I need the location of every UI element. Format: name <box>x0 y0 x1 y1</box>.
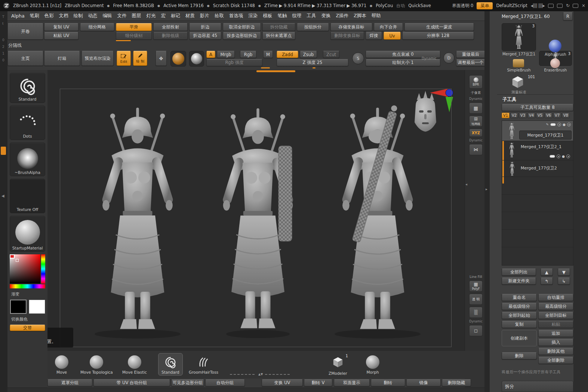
hue-bar-horizontal[interactable] <box>10 284 45 288</box>
delete-button[interactable]: 删除 <box>502 352 537 359</box>
prev-doc-icon[interactable] <box>548 4 554 8</box>
split-section-header[interactable]: 拆分 <box>502 381 573 392</box>
menu-stroke[interactable]: 笔触 <box>278 13 287 19</box>
tray-scroll[interactable]: ▲▼ <box>230 373 291 376</box>
zcut-button[interactable]: Zcut <box>323 51 339 58</box>
crease-tolerance-slider[interactable]: 折边容差 45 <box>189 32 221 40</box>
subtool-section-title[interactable]: 子工具 <box>502 97 517 103</box>
uv-auto-group-button[interactable]: 带 UV 自动分组 <box>93 379 170 386</box>
menu-draw[interactable]: 绘制 <box>74 13 83 19</box>
all-to-start-button[interactable]: 全部到起始 <box>502 312 537 319</box>
tab-v3[interactable]: V3 <box>519 113 527 118</box>
subtool-empty-row[interactable] <box>502 195 573 212</box>
polycount-button[interactable]: PolyCou <box>376 3 393 8</box>
eye-icon[interactable] <box>557 123 561 126</box>
current-material-button[interactable] <box>170 51 186 67</box>
mirror-button[interactable]: 镜像 <box>406 379 441 386</box>
perspective-button[interactable]: ▦ <box>469 102 483 114</box>
divide-button[interactable]: 细分网格 <box>80 23 114 31</box>
current-brush-tile[interactable]: Standard <box>10 73 45 103</box>
menu-render[interactable]: 渲染 <box>249 13 258 19</box>
all-to-target-button[interactable]: 全部到目标 <box>538 312 573 319</box>
reload-ui-icon[interactable]: ↻ <box>566 3 569 8</box>
current-texture-tile[interactable]: Texture Off <box>10 179 45 213</box>
paint-icon[interactable]: ✎ <box>546 123 549 126</box>
move-down-button[interactable]: ▼ <box>558 269 570 276</box>
transform-uv-button[interactable]: 变换 UV <box>262 379 303 386</box>
r-button[interactable]: R <box>563 12 573 21</box>
a-button[interactable]: A <box>206 51 215 58</box>
tab-v5[interactable]: V5 <box>536 113 544 118</box>
paste-subtool-button[interactable]: 粘贴 <box>538 321 573 328</box>
menu-stencil[interactable]: 模板 <box>263 13 273 19</box>
tab-v7[interactable]: V7 <box>553 113 561 118</box>
visible-poly-group-button[interactable]: 可见多边形分组 <box>171 379 204 386</box>
tab-v1[interactable]: V1 <box>502 113 510 118</box>
ui-transparency[interactable]: 界面透明 0 <box>452 3 473 9</box>
delete-lower-button[interactable]: 删除低级 <box>153 32 188 40</box>
subtool-name[interactable]: Merged_177仪卫2 <box>521 165 557 171</box>
make-adaptive-skin-button[interactable]: 生成统一蒙皮 <box>404 23 474 31</box>
tab-v2[interactable]: V2 <box>510 113 518 118</box>
panel-splitter[interactable]: ▸ <box>484 11 490 392</box>
menu-material[interactable]: 材质 <box>185 13 195 19</box>
close-icon[interactable]: × <box>582 3 585 8</box>
picker-cursor[interactable] <box>16 259 19 262</box>
crease-button[interactable]: 折边 <box>189 23 221 31</box>
saturation-square[interactable] <box>10 254 40 284</box>
canvas-h-scrollbar[interactable] <box>256 70 295 72</box>
merge-down-button[interactable]: 向下合并 <box>374 23 403 31</box>
tray-brush-move-elastic[interactable]: Move Elastic <box>122 355 147 374</box>
tablet-pressure-icon[interactable]: ◂|||| ||||▸ <box>531 3 545 8</box>
zsub-button[interactable]: Zsub <box>300 51 317 58</box>
tray-brush-zmodeler[interactable]: 1 ZModeler <box>329 355 347 376</box>
transparent-button[interactable]: 透 明 <box>469 294 483 305</box>
alternate-button[interactable]: 交替 <box>10 325 45 331</box>
current-alpha-tile[interactable]: ~BrushAlpha <box>10 143 45 176</box>
dock-active-tab[interactable] <box>1 147 6 155</box>
eye-icon[interactable] <box>566 154 570 158</box>
flip-button[interactable]: 翻转 <box>371 379 405 386</box>
tray-brush-groomhairtoss[interactable]: GroomHairToss <box>189 355 218 374</box>
focal-shift-icon-button[interactable]: S <box>352 52 364 64</box>
menu-button[interactable]: 菜单 <box>477 2 493 9</box>
collapse-right-icon[interactable]: ◂ <box>465 182 467 186</box>
flip-v-button[interactable]: 翻转 V <box>304 379 332 386</box>
adjust-last-button[interactable]: 调整最后一个 <box>456 59 485 66</box>
subtool-empty-row[interactable] <box>502 177 573 195</box>
list-all-button[interactable]: 全部列出 <box>502 269 536 276</box>
bpr-button[interactable]: BPR <box>469 75 483 89</box>
men-file[interactable]: 文件 <box>117 13 127 19</box>
dynamic-mode-icon-button[interactable]: D <box>443 52 455 64</box>
tray-brush-move[interactable]: Move <box>55 355 68 374</box>
project-all-button[interactable]: 全部投射 <box>153 23 188 31</box>
tab-v6[interactable]: V6 <box>545 113 552 118</box>
switch-color-label[interactable]: 切换颜色 <box>10 316 28 322</box>
double-sided-button[interactable]: 双面显示 <box>334 379 370 386</box>
floor-axis-button[interactable]: XYZ <box>469 129 483 137</box>
auto-reorder-button[interactable]: 自动重排 <box>538 294 573 301</box>
eraserbrush-thumb[interactable] <box>550 58 560 68</box>
menu-edit[interactable]: 编辑 <box>103 13 112 19</box>
tray-brush-standard[interactable]: Standard <box>158 353 183 376</box>
unfold-button[interactable]: 开卷 <box>7 23 43 40</box>
mrgb-button[interactable]: Mrgb <box>217 51 235 58</box>
menu-transform[interactable]: 变换 <box>321 13 331 19</box>
ghost-button[interactable]: ▒ <box>469 307 483 318</box>
menu-help[interactable]: 帮助 <box>372 13 381 19</box>
menu-document[interactable]: 文档 <box>59 13 68 19</box>
menu-zplugin[interactable]: Z插件 <box>336 13 349 19</box>
split-unmasked-button[interactable]: 拆分未遮罩点 <box>262 32 295 40</box>
polyframe-button[interactable]: ▦PolyF <box>469 281 483 292</box>
menu-layer[interactable]: 图层 <box>132 13 141 19</box>
subtool-row-1[interactable]: ✎ ● Merged_177仪卫1 <box>502 121 573 141</box>
current-stroke-tile[interactable]: Dots <box>10 105 45 140</box>
floor-grid-button[interactable]: ⊞地网格 <box>469 116 483 127</box>
highest-subdiv-button[interactable]: 最高级细分 <box>538 303 573 310</box>
mask-group-button[interactable]: 遮罩分组 <box>47 379 92 386</box>
menu-dynamic[interactable]: 动态 <box>88 13 98 19</box>
uv-button[interactable]: Uv <box>384 32 401 40</box>
sphere-icon[interactable]: ● <box>562 154 565 158</box>
home-button[interactable]: 主页 <box>7 51 43 66</box>
menu-light[interactable]: 灯光 <box>147 13 156 19</box>
